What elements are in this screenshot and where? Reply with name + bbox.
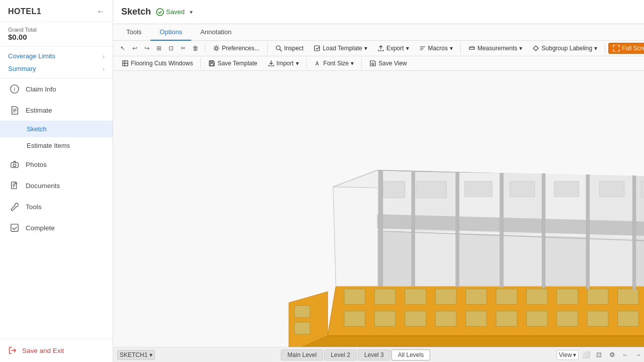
paste-button[interactable]: ⊡: [166, 43, 177, 54]
sidebar-collapse-button[interactable]: ←: [97, 7, 105, 16]
svg-rect-36: [405, 289, 426, 305]
sidebar-item-photos[interactable]: Photos: [0, 154, 113, 175]
view-mode-button[interactable]: ⊡: [594, 349, 605, 360]
font-size-button[interactable]: A Font Size▾: [310, 58, 359, 69]
macro-icon: [419, 45, 426, 52]
saved-badge: Saved: [156, 8, 185, 16]
inspect-button[interactable]: Inspect: [271, 43, 308, 54]
svg-rect-49: [466, 311, 487, 327]
toolbar-tabs: Tools Options Annotation: [113, 24, 644, 41]
redo-button[interactable]: ↪: [141, 43, 152, 54]
svg-rect-35: [374, 289, 395, 305]
building-upper-floors: [333, 170, 644, 291]
estimate-items-label: Estimate Items: [27, 142, 70, 149]
delete-button[interactable]: 🗑: [190, 43, 202, 54]
inspect-icon: [275, 45, 282, 52]
navigate-right-button[interactable]: →: [633, 349, 644, 360]
svg-rect-32: [294, 306, 310, 318]
photos-label: Photos: [26, 161, 47, 168]
preferences-button[interactable]: Preferences...: [208, 43, 264, 54]
grand-total-label: Grand Total: [8, 27, 105, 33]
toolbar-separator-2: [267, 43, 268, 54]
macros-button[interactable]: Macros▾: [415, 43, 457, 54]
save-exit-label: Save and Exit: [22, 347, 64, 354]
svg-point-13: [215, 47, 218, 50]
toolbar-separator-6: [306, 58, 307, 69]
tab-main-level[interactable]: Main Level: [281, 349, 323, 360]
canvas-area[interactable]: [113, 71, 644, 347]
save-and-exit-button[interactable]: Save and Exit: [0, 338, 113, 362]
svg-rect-41: [557, 289, 578, 305]
cursor-tool-button[interactable]: ↖: [117, 43, 128, 54]
subgroup-labeling-button[interactable]: Subgroup Labeling▾: [528, 43, 602, 54]
settings-button[interactable]: ⚙: [607, 349, 618, 360]
load-template-button[interactable]: Load Template▾: [309, 43, 372, 54]
bottombar: SKETCH1 ▾ Main Level Level 2 Level 3 All…: [113, 347, 644, 362]
save-view-button[interactable]: Save View: [365, 58, 411, 69]
toolbar-separator: [205, 43, 205, 54]
toolbar-separator-3: [460, 43, 461, 54]
tab-annotation[interactable]: Annotation: [191, 24, 240, 41]
svg-rect-37: [435, 289, 456, 305]
document-icon: [10, 180, 20, 191]
sidebar-item-claim-info[interactable]: i Claim Info: [0, 78, 113, 100]
svg-rect-53: [587, 311, 608, 327]
camera-icon: [10, 159, 20, 169]
svg-rect-52: [557, 311, 578, 327]
fit-window-button[interactable]: ⬜: [581, 349, 592, 360]
navigate-left-button[interactable]: ←: [620, 349, 631, 360]
full-screen-button[interactable]: Full Screen: [608, 43, 644, 54]
sidebar-item-estimate-items[interactable]: Estimate Items: [0, 137, 113, 154]
coverage-limits-link[interactable]: Coverage Limits ›: [8, 50, 105, 62]
sidebar-item-sketch[interactable]: Sketch: [0, 121, 113, 137]
tab-all-levels[interactable]: All Levels: [391, 349, 430, 360]
svg-rect-34: [344, 289, 365, 305]
sketch-tab-dropdown[interactable]: SKETCH1 ▾: [117, 350, 155, 360]
measurements-button[interactable]: Measurements▾: [464, 43, 527, 54]
save-template-button[interactable]: Save Template: [204, 58, 262, 69]
exit-icon: [8, 346, 17, 355]
saved-dropdown-button[interactable]: ▾: [190, 9, 193, 16]
tab-level2[interactable]: Level 2: [324, 349, 357, 360]
svg-point-28: [372, 63, 374, 65]
view-select[interactable]: View ▾: [556, 350, 579, 360]
tools-label: Tools: [26, 203, 42, 211]
check-icon: [10, 223, 20, 233]
nav-section: i Claim Info Estimate Sketch Estimate It…: [0, 78, 113, 338]
svg-rect-33: [294, 322, 310, 334]
import-icon: [268, 60, 275, 67]
export-button[interactable]: Export▾: [373, 43, 414, 54]
svg-rect-25: [210, 63, 213, 66]
flooring-cuts-button[interactable]: Flooring Cuts Windows: [117, 58, 197, 69]
svg-rect-40: [526, 289, 547, 305]
copy-button[interactable]: ⊞: [153, 43, 165, 54]
check-circle-icon: [156, 8, 164, 16]
sidebar-item-tools[interactable]: Tools: [0, 196, 113, 217]
svg-rect-85: [510, 182, 534, 197]
grand-total-value: $0.00: [8, 33, 105, 41]
summary-link[interactable]: Summary ›: [8, 62, 105, 75]
sidebar-item-estimate[interactable]: Estimate: [0, 100, 113, 121]
tab-level3[interactable]: Level 3: [358, 349, 390, 360]
svg-marker-69: [413, 232, 457, 287]
tab-options[interactable]: Options: [150, 24, 191, 41]
documents-label: Documents: [26, 182, 60, 190]
undo-button[interactable]: ↩: [129, 43, 140, 54]
svg-rect-95: [586, 174, 590, 289]
level-tabs: Main Level Level 2 Level 3 All Levels: [281, 349, 430, 360]
svg-rect-86: [554, 182, 579, 197]
svg-rect-91: [412, 172, 415, 286]
import-button[interactable]: Import▾: [263, 58, 303, 69]
sidebar-item-documents[interactable]: Documents: [0, 175, 113, 196]
svg-rect-38: [466, 289, 487, 305]
tab-tools[interactable]: Tools: [117, 24, 150, 41]
building-bottom-floor: [289, 286, 644, 347]
svg-rect-45: [344, 311, 365, 327]
svg-rect-92: [456, 172, 459, 287]
cut-button[interactable]: ✂: [178, 43, 189, 54]
svg-rect-96: [632, 176, 636, 290]
estimate-icon: [10, 105, 20, 115]
save-icon: [208, 60, 215, 67]
svg-rect-47: [405, 311, 426, 327]
sidebar-item-complete[interactable]: Complete: [0, 217, 113, 238]
